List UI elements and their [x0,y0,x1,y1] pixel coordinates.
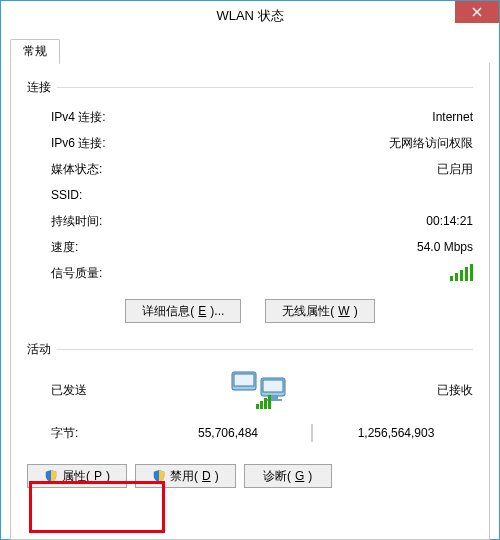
tab-panel: 连接 IPv4 连接: Internet IPv6 连接: 无网络访问权限 媒体… [10,63,490,540]
svg-rect-11 [268,395,271,409]
label-media-state: 媒体状态: [51,161,221,178]
divider [311,424,313,442]
row-duration: 持续时间: 00:14:21 [51,208,473,234]
row-ipv6: IPv6 连接: 无网络访问权限 [51,130,473,156]
label-signal: 信号质量: [51,265,221,282]
value-ipv6: 无网络访问权限 [221,135,473,152]
titlebar: WLAN 状态 [1,1,499,31]
label-ssid: SSID: [51,188,221,202]
group-header-activity: 活动 [27,341,473,358]
sent-bytes-value: 55,706,484 [151,426,305,440]
details-button-post: )... [210,304,224,318]
label-duration: 持续时间: [51,213,221,230]
properties-button-key: P [94,469,102,483]
svg-rect-8 [256,404,259,409]
diagnose-button-post: ) [308,469,312,483]
disable-button[interactable]: 禁用(D) [135,464,236,488]
label-speed: 速度: [51,239,221,256]
activity-graphic [202,368,322,412]
row-media-state: 媒体状态: 已启用 [51,156,473,182]
group-label-connection: 连接 [27,79,51,96]
tab-general[interactable]: 常规 [10,39,60,64]
properties-button-pre: 属性( [62,468,90,485]
svg-rect-5 [263,380,283,392]
wireless-button-pre: 无线属性( [282,303,334,320]
connection-rows: IPv4 连接: Internet IPv6 连接: 无网络访问权限 媒体状态:… [51,104,473,287]
received-label: 已接收 [437,382,473,399]
divider [57,349,473,350]
value-ipv4: Internet [221,110,473,124]
received-bytes-value: 1,256,564,903 [319,426,473,440]
shield-icon [152,469,166,483]
svg-rect-3 [234,374,254,386]
diagnose-button-pre: 诊断( [263,468,291,485]
close-button[interactable] [455,1,499,23]
computers-icon [226,368,298,412]
diagnose-button[interactable]: 诊断(G) [244,464,332,488]
row-speed: 速度: 54.0 Mbps [51,234,473,260]
wireless-button-key: W [338,304,349,318]
signal-strength-icon [450,263,473,281]
group-header-connection: 连接 [27,79,473,96]
details-button-key: E [198,304,206,318]
window-title: WLAN 状态 [216,7,283,25]
close-icon [472,7,482,17]
value-media-state: 已启用 [221,161,473,178]
properties-button-post: ) [106,469,110,483]
shield-icon [44,469,58,483]
disable-button-pre: 禁用( [170,468,198,485]
row-ssid: SSID: [51,182,473,208]
row-ipv4: IPv4 连接: Internet [51,104,473,130]
label-ipv4: IPv4 连接: [51,109,221,126]
bytes-row: 字节: 55,706,484 1,256,564,903 [51,424,473,442]
wireless-properties-button[interactable]: 无线属性(W) [265,299,374,323]
properties-button[interactable]: 属性(P) [27,464,127,488]
svg-rect-10 [264,398,267,409]
sent-label: 已发送 [51,382,87,399]
diagnose-button-key: G [295,469,304,483]
client-area: 常规 连接 IPv4 连接: Internet IPv6 连接: 无网络访问权限 [1,31,499,540]
details-button[interactable]: 详细信息(E)... [125,299,241,323]
label-ipv6: IPv6 连接: [51,135,221,152]
disable-button-post: ) [215,469,219,483]
group-label-activity: 活动 [27,341,51,358]
wlan-status-window: WLAN 状态 常规 连接 IPv4 连接: Internet IPv6 连接: [0,0,500,540]
annotation-highlight [29,481,165,533]
value-duration: 00:14:21 [221,214,473,228]
value-speed: 54.0 Mbps [221,240,473,254]
connection-buttons: 详细信息(E)... 无线属性(W) [27,299,473,323]
tabstrip: 常规 [10,40,490,64]
svg-rect-6 [270,396,278,399]
divider [57,87,473,88]
bytes-label: 字节: [51,425,151,442]
row-signal: 信号质量: [51,260,473,287]
wireless-button-post: ) [354,304,358,318]
activity-row: 已发送 [27,366,473,420]
disable-button-key: D [202,469,211,483]
value-signal [221,263,473,284]
details-button-pre: 详细信息( [142,303,194,320]
bottom-action-row: 属性(P) 禁用(D) 诊断(G) [27,464,473,488]
svg-rect-9 [260,401,263,409]
